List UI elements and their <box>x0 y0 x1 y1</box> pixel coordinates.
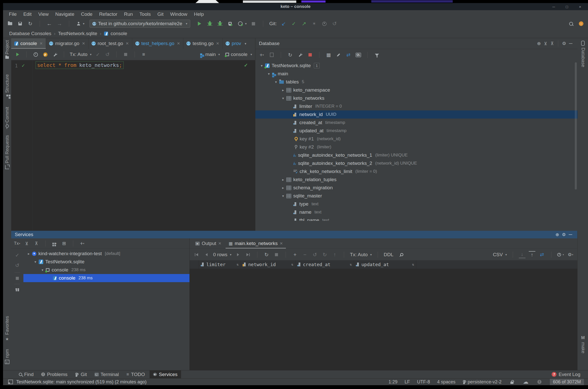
history-icon[interactable] <box>32 51 39 58</box>
tree-row-column-selected[interactable]: network_id UUID <box>255 110 578 119</box>
menu-refactor[interactable]: Refactor <box>96 11 121 17</box>
stop-icon[interactable] <box>250 20 257 27</box>
tx-mode-icon[interactable]: Tx▾ <box>14 240 20 247</box>
menu-file[interactable]: File <box>6 11 20 17</box>
notifications-icon[interactable]: ! <box>536 379 543 385</box>
gear-icon[interactable]: ⚙ <box>561 40 567 47</box>
commit-tx-icon[interactable]: ✓ <box>95 51 101 58</box>
tree-row-tables[interactable]: ▾ tables 5 <box>255 78 578 86</box>
user-icon[interactable] <box>75 20 82 27</box>
gear-icon[interactable]: ⚙▾ <box>567 251 574 258</box>
view-options-icon[interactable]: ▾ <box>557 251 564 258</box>
service-row-session[interactable]: ▾ console 238 ms <box>23 266 189 274</box>
minimize-button[interactable]: ─ <box>550 3 557 10</box>
tree-row-index[interactable]: iu sqlite_autoindex_keto_networks_2 (net… <box>255 159 578 167</box>
expand-all-icon[interactable]: ⊻ <box>542 40 549 47</box>
run-icon[interactable] <box>196 20 203 27</box>
menu-edit[interactable]: Edit <box>20 11 35 17</box>
sidebar-item-structure[interactable]: Structure <box>3 74 11 96</box>
stop-icon[interactable] <box>273 251 280 258</box>
sort-icon[interactable]: ⇅ <box>237 263 239 266</box>
indent-style[interactable]: 4 spaces <box>437 379 455 385</box>
run-configuration-select[interactable]: Test in github.com/ory/keto/internal/e2e… <box>90 20 190 28</box>
last-page-icon[interactable] <box>245 251 251 258</box>
tree-row-column[interactable]: updated_at timestamp <box>255 127 578 135</box>
tab-root-test-go[interactable]: root_test.go✕ <box>89 38 132 49</box>
expander-closed-icon[interactable]: ▸ <box>280 88 286 92</box>
execute-icon[interactable] <box>14 51 21 58</box>
menu-view[interactable]: View <box>35 11 52 17</box>
maximize-button[interactable]: □ <box>564 3 570 10</box>
sidebar-item-npm[interactable]: npm <box>3 349 11 364</box>
column-header-limiter[interactable]: limiter ⇅ <box>199 260 241 269</box>
schema-select[interactable]: main▾ <box>200 52 220 57</box>
tab-grid-active[interactable]: ▦ main.keto_networks ✕ <box>226 238 286 249</box>
profiler-icon[interactable] <box>227 20 233 27</box>
service-row-console-selected[interactable]: console 238 ms <box>23 274 189 282</box>
cloud-sync-icon[interactable]: ☁ <box>522 379 529 385</box>
menu-help[interactable]: Help <box>191 11 207 17</box>
add-service-icon[interactable]: +▾ <box>79 240 85 247</box>
line-separator[interactable]: LF <box>405 379 410 385</box>
git-update-icon[interactable]: ↙ <box>280 20 287 27</box>
add-datasource-icon[interactable]: +▾ <box>258 52 265 58</box>
open-in-new-tab-icon[interactable]: ⊞ <box>61 240 67 247</box>
save-icon[interactable] <box>17 20 23 27</box>
export-format-select[interactable]: CSV▾ <box>493 252 507 257</box>
compare-icon[interactable]: ⇄ <box>345 52 352 58</box>
sidebar-item-database[interactable]: Database <box>578 41 588 67</box>
rollback-tx-icon[interactable]: ↺ <box>15 262 20 268</box>
tx-mode-select[interactable]: Tx: Auto▾ <box>70 52 92 57</box>
commit-tx-icon[interactable]: ✓ <box>15 252 20 258</box>
menu-git[interactable]: Git <box>154 11 167 17</box>
caret-position[interactable]: 1:29 <box>389 379 398 385</box>
tab-prov[interactable]: prov ▾ <box>223 38 249 49</box>
sort-icon[interactable]: ⇅ <box>291 263 293 266</box>
breadcrumb-item-console[interactable]: console <box>111 31 127 36</box>
executed-statement[interactable]: select*fromketo_networks; <box>36 61 124 69</box>
run-with-profiler-icon[interactable] <box>237 20 244 27</box>
toolwindow-git[interactable]: Git <box>72 370 90 378</box>
ddl-button[interactable]: DDL <box>384 252 393 257</box>
toolwindow-services-active[interactable]: ▸ Services <box>150 370 181 378</box>
duplicate-icon[interactable] <box>268 52 275 58</box>
column-header-network-id[interactable]: network_id ⇅ <box>241 260 296 269</box>
tree-row-check-constraint[interactable]: chk_keto_networks_limit (limiter = 0) <box>255 167 578 176</box>
group-by-icon[interactable]: ▾ <box>51 240 58 247</box>
close-icon[interactable]: ✕ <box>177 41 180 46</box>
tab-migrator-go[interactable]: migrator.go✕ <box>46 38 89 49</box>
event-log-button[interactable]: 7 Event Log <box>552 372 584 377</box>
close-icon[interactable]: ✕ <box>218 238 222 249</box>
chevron-down-icon[interactable]: ▾ <box>245 22 247 25</box>
previous-page-icon[interactable] <box>203 251 210 258</box>
menu-code[interactable]: Code <box>78 11 96 17</box>
git-cherry-pick-icon[interactable]: ✶ <box>311 20 317 27</box>
toolwindow-find[interactable]: Find <box>16 370 37 378</box>
expander-open-icon[interactable]: ▾ <box>266 72 272 76</box>
memory-indicator[interactable]: 606 of 3072M <box>550 379 584 385</box>
tab-testing-go[interactable]: testing.go✕ <box>183 38 223 49</box>
delete-row-icon[interactable]: − <box>302 251 308 258</box>
edit-source-icon[interactable] <box>335 52 342 58</box>
hidden-tabs-chevron-icon[interactable]: ▾ <box>245 42 246 46</box>
git-branch-widget[interactable]: persistence-v2-2 <box>463 379 502 385</box>
session-select[interactable]: console▾ <box>225 52 252 57</box>
back-icon[interactable]: ← <box>46 20 53 27</box>
close-icon[interactable]: ✕ <box>280 238 283 249</box>
git-rollback-icon[interactable]: ↺ <box>331 20 338 27</box>
tree-row-table[interactable]: ▸ schema_migration <box>255 184 578 192</box>
layout-icon[interactable] <box>16 288 19 291</box>
expander-open-icon[interactable]: ▾ <box>32 260 39 264</box>
forward-icon[interactable]: → <box>56 20 63 27</box>
menu-tools[interactable]: Tools <box>136 11 154 17</box>
close-icon[interactable]: ✕ <box>40 41 43 46</box>
tree-row-column[interactable]: type text <box>255 200 578 208</box>
menu-navigate[interactable]: Navigate <box>52 11 78 17</box>
gear-icon[interactable]: ⚙ <box>561 231 567 238</box>
editor-area[interactable]: 1 ✓ select*fromketo_networks; ✓ <box>11 60 255 231</box>
toolwindow-todo[interactable]: ≡ TODO <box>123 370 148 378</box>
datasource-properties-icon[interactable] <box>297 52 303 58</box>
open-console-icon[interactable]: QL <box>355 52 362 58</box>
pin-icon[interactable] <box>398 251 404 258</box>
close-icon[interactable]: ✕ <box>82 41 85 46</box>
